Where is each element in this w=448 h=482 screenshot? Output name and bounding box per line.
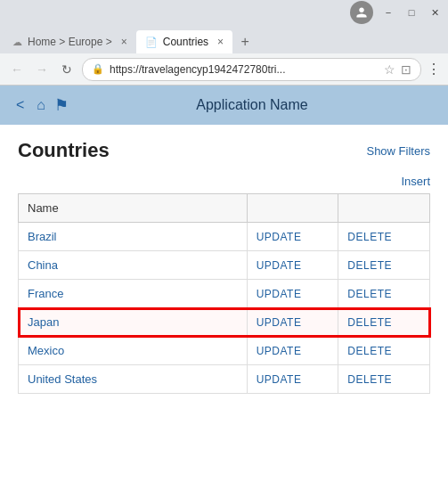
app-flag-button[interactable]: ⚑: [54, 95, 69, 115]
app-home-button[interactable]: ⌂: [37, 97, 45, 113]
country-name-link[interactable]: Japan: [28, 315, 59, 329]
col-header-delete: [338, 194, 430, 223]
update-link[interactable]: UPDATE: [257, 288, 302, 300]
maximize-button[interactable]: □: [403, 4, 419, 20]
delete-link[interactable]: DELETE: [347, 288, 392, 300]
page-content: Countries Show Filters Insert Name Brazi…: [0, 125, 448, 408]
app-header: < ⌂ ⚑ Application Name: [0, 86, 448, 125]
url-text: https://travelagencyp1942472780tri...: [110, 63, 379, 76]
update-link[interactable]: UPDATE: [257, 316, 302, 329]
table-row: FranceUPDATEDELETE: [19, 280, 430, 308]
insert-row: Insert: [18, 175, 430, 188]
show-filters-link[interactable]: Show Filters: [366, 144, 430, 158]
update-link[interactable]: UPDATE: [257, 231, 302, 243]
lock-icon: 🔒: [92, 63, 104, 75]
minimize-button[interactable]: −: [380, 4, 396, 20]
table-row: BrazilUPDATEDELETE: [19, 223, 430, 251]
cast-icon[interactable]: ⊡: [401, 62, 411, 77]
country-name-link[interactable]: United States: [28, 372, 97, 386]
page-title: Countries: [18, 139, 110, 162]
table-row: United StatesUPDATEDELETE: [19, 365, 430, 394]
col-header-update: [247, 194, 338, 223]
app-back-button[interactable]: <: [12, 95, 28, 115]
countries-table: Name BrazilUPDATEDELETEChinaUPDATEDELETE…: [18, 193, 430, 394]
country-name-link[interactable]: Brazil: [28, 230, 57, 243]
title-bar: − □ ✕: [0, 0, 448, 25]
reload-button[interactable]: ↻: [57, 60, 77, 79]
page-icon: 📄: [145, 37, 158, 48]
delete-link[interactable]: DELETE: [347, 373, 392, 386]
country-name-link[interactable]: China: [28, 258, 58, 272]
country-name-link[interactable]: Mexico: [28, 344, 64, 357]
tab-countries[interactable]: 📄 Countries ×: [136, 30, 232, 53]
insert-link[interactable]: Insert: [401, 175, 430, 188]
table-row: MexicoUPDATEDELETE: [19, 337, 430, 365]
table-header: Name: [19, 194, 430, 223]
col-header-name: Name: [19, 194, 248, 223]
cloud-icon: ☁: [12, 37, 22, 48]
country-name-link[interactable]: France: [28, 287, 63, 300]
update-link[interactable]: UPDATE: [257, 259, 302, 272]
table-row: ChinaUPDATEDELETE: [19, 251, 430, 280]
bookmark-icon[interactable]: ☆: [384, 62, 395, 77]
page-header: Countries Show Filters: [18, 139, 430, 162]
delete-link[interactable]: DELETE: [347, 345, 392, 357]
app-nav: < ⌂ ⚑: [12, 95, 69, 115]
tab-home-europe[interactable]: ☁ Home > Europe > ×: [4, 30, 136, 53]
app-title: Application Name: [69, 97, 436, 113]
delete-link[interactable]: DELETE: [347, 316, 392, 329]
table-body: BrazilUPDATEDELETEChinaUPDATEDELETEFranc…: [19, 223, 430, 394]
new-tab-button[interactable]: +: [232, 30, 257, 53]
forward-button[interactable]: →: [32, 60, 52, 79]
browser-chrome: − □ ✕ ☁ Home > Europe > × 📄 Countries × …: [0, 0, 448, 86]
table-row: JapanUPDATEDELETE: [19, 308, 430, 337]
browser-menu-button[interactable]: ⋮: [427, 61, 441, 78]
update-link[interactable]: UPDATE: [257, 345, 302, 357]
url-bar[interactable]: 🔒 https://travelagencyp1942472780tri... …: [82, 58, 421, 81]
tab-home-label: Home > Europe >: [28, 36, 112, 48]
profile-icon[interactable]: [350, 1, 373, 24]
address-bar: ← → ↻ 🔒 https://travelagencyp1942472780t…: [0, 53, 448, 86]
delete-link[interactable]: DELETE: [347, 231, 392, 243]
tab-countries-close[interactable]: ×: [217, 36, 224, 48]
update-link[interactable]: UPDATE: [257, 373, 302, 386]
delete-link[interactable]: DELETE: [347, 259, 392, 272]
tab-countries-label: Countries: [163, 36, 208, 48]
tab-bar: ☁ Home > Europe > × 📄 Countries × +: [0, 25, 448, 53]
back-button[interactable]: ←: [7, 60, 27, 79]
close-button[interactable]: ✕: [427, 4, 443, 20]
tab-home-close[interactable]: ×: [121, 36, 127, 48]
